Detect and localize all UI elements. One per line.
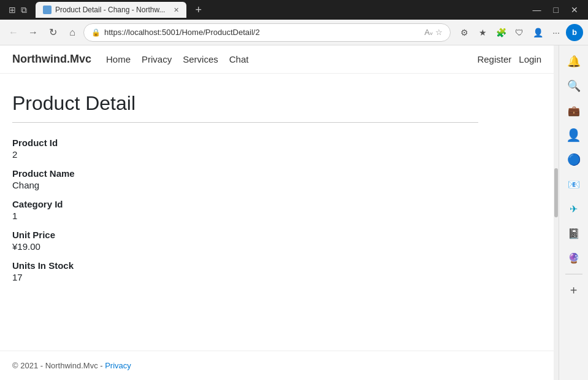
address-bar-icons: Aᵥ ☆: [424, 28, 443, 37]
field-units-in-stock: Units In Stock 17: [12, 260, 478, 282]
sidebar-separator: [565, 274, 582, 274]
register-link[interactable]: Register: [477, 54, 511, 64]
field-label-product-name: Product Name: [12, 168, 478, 179]
favorites-icon[interactable]: ☆: [435, 28, 443, 37]
scrollbar-area[interactable]: [554, 45, 559, 380]
sidebar-add-button[interactable]: +: [563, 279, 585, 301]
more-tools-button[interactable]: ···: [548, 24, 565, 41]
field-value-units-in-stock: 17: [12, 272, 478, 282]
page-wrapper: Northwind.Mvc Home Privacy Services Chat…: [0, 45, 554, 351]
navbar-links: Home Privacy Services Chat: [106, 54, 477, 64]
page-divider: [12, 122, 478, 123]
page-content: Product Detail Product Id 2 Product Name…: [0, 74, 491, 309]
bing-chat-button[interactable]: b: [566, 24, 583, 41]
url-text: https://localhost:5001/Home/ProductDetai…: [104, 28, 421, 37]
toolbar-action-icons: ⚙ ★ 🧩 🛡 👤 ··· b: [456, 24, 583, 41]
field-label-category-id: Category Id: [12, 199, 478, 209]
scrollbar-thumb[interactable]: [554, 168, 558, 217]
field-value-product-id: 2: [12, 149, 478, 160]
sidebar-bell-icon[interactable]: 🔔: [563, 50, 585, 72]
browser-content: Northwind.Mvc Home Privacy Services Chat…: [0, 45, 554, 380]
close-button[interactable]: ✕: [566, 4, 583, 16]
nav-link-services[interactable]: Services: [183, 54, 218, 64]
page-title: Product Detail: [12, 92, 478, 115]
footer-privacy-link[interactable]: Privacy: [105, 361, 131, 370]
collections-icon-button[interactable]: 🧩: [492, 24, 510, 41]
tab-close-button[interactable]: ✕: [174, 6, 179, 14]
back-button[interactable]: ←: [5, 24, 22, 41]
tab-strip-icon-right: ⧉: [21, 5, 27, 15]
sidebar-search-icon[interactable]: 🔍: [563, 75, 585, 97]
edge-sidebar: 🔔 🔍 💼 👤 🔵 📧 ✈ 📓 🔮 +: [559, 45, 588, 380]
sidebar-bag-icon[interactable]: 💼: [563, 99, 585, 122]
new-tab-button[interactable]: +: [191, 4, 205, 17]
window-controls: — □ ✕: [528, 4, 583, 16]
tab-strip-icon-left: ⊞: [9, 5, 16, 15]
nav-link-chat[interactable]: Chat: [229, 54, 249, 64]
nav-link-privacy[interactable]: Privacy: [142, 54, 172, 64]
field-label-units-in-stock: Units In Stock: [12, 260, 478, 271]
profile-button[interactable]: 👤: [529, 24, 546, 41]
nav-link-home[interactable]: Home: [106, 54, 131, 64]
active-tab[interactable]: Product Detail - Chang - Northw... ✕: [36, 2, 186, 18]
field-value-product-name: Chang: [12, 180, 478, 190]
sidebar-outlook-icon[interactable]: 📧: [563, 173, 585, 195]
sidebar-mail-icon[interactable]: ✈: [563, 198, 585, 220]
login-link[interactable]: Login: [519, 54, 541, 64]
field-label-product-id: Product Id: [12, 138, 478, 148]
maximize-button[interactable]: □: [549, 4, 563, 16]
browser-toolbar: ← → ↻ ⌂ 🔒 https://localhost:5001/Home/Pr…: [0, 20, 588, 45]
tab-bar: ⊞ ⧉ Product Detail - Chang - Northw... ✕…: [5, 2, 205, 18]
field-category-id: Category Id 1: [12, 199, 478, 221]
favorites-star-button[interactable]: ★: [474, 24, 491, 41]
forward-button[interactable]: →: [25, 24, 42, 41]
address-bar[interactable]: 🔒 https://localhost:5001/Home/ProductDet…: [83, 23, 451, 42]
field-value-category-id: 1: [12, 211, 478, 221]
read-aloud-icon[interactable]: Aᵥ: [424, 28, 433, 37]
footer-text: © 2021 - Northwind.Mvc -: [12, 361, 105, 370]
field-product-id: Product Id 2: [12, 138, 478, 160]
page-footer: © 2021 - Northwind.Mvc - Privacy: [0, 351, 554, 380]
field-value-unit-price: ¥19.00: [12, 241, 478, 252]
edge-collections-button[interactable]: 🛡: [511, 24, 528, 41]
field-unit-price: Unit Price ¥19.00: [12, 230, 478, 252]
field-product-name: Product Name Chang: [12, 168, 478, 190]
tab-favicon-icon: [43, 6, 52, 14]
navbar: Northwind.Mvc Home Privacy Services Chat…: [0, 45, 554, 74]
window-chrome: ⊞ ⧉ Product Detail - Chang - Northw... ✕…: [0, 0, 588, 20]
main-container: Northwind.Mvc Home Privacy Services Chat…: [0, 45, 588, 380]
sidebar-extension-icon[interactable]: 🔮: [563, 247, 585, 269]
minimize-button[interactable]: —: [528, 4, 546, 16]
home-button[interactable]: ⌂: [64, 24, 81, 41]
lock-icon: 🔒: [91, 28, 101, 37]
sidebar-onenote-icon[interactable]: 📓: [563, 222, 585, 244]
navbar-auth: Register Login: [477, 54, 541, 64]
field-label-unit-price: Unit Price: [12, 230, 478, 240]
tab-title: Product Detail - Chang - Northw...: [55, 6, 165, 14]
settings-icon-button[interactable]: ⚙: [456, 24, 473, 41]
sidebar-person-icon[interactable]: 👤: [563, 124, 585, 146]
sidebar-teams-icon[interactable]: 🔵: [563, 149, 585, 171]
refresh-button[interactable]: ↻: [44, 24, 61, 41]
navbar-brand: Northwind.Mvc: [12, 53, 91, 66]
